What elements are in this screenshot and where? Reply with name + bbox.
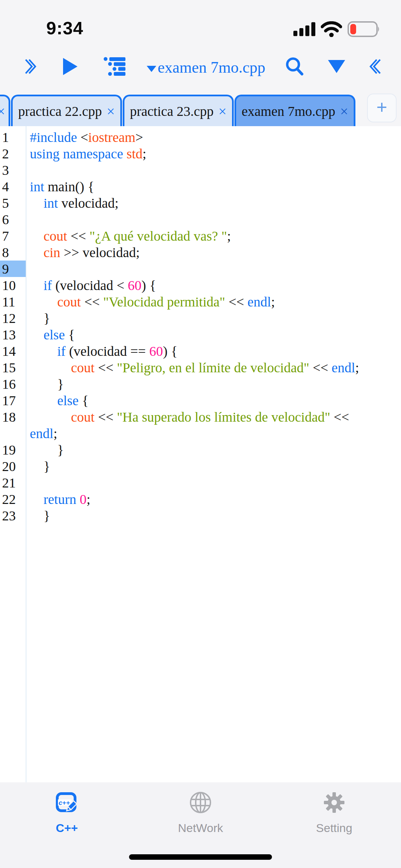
code-rows: 1#include <iostream>2using namespace std… [0, 126, 401, 524]
code-row: 3 [0, 162, 401, 178]
code-line: endl; [26, 425, 401, 442]
code-line [26, 474, 401, 491]
code-line: if (velocidad < 60) { [26, 277, 401, 293]
code-line: int velocidad; [26, 195, 401, 211]
code-row: 7 cout << "¿A qué velocidad vas? "; [0, 228, 401, 244]
double-chevron-left-icon[interactable] [369, 58, 381, 76]
code-row: 20 } [0, 458, 401, 474]
nav-item-cpp[interactable]: c++C++ [22, 791, 111, 835]
file-dropdown[interactable]: examen 7mo.cpp [147, 58, 265, 76]
code-line: cout << "Ha superado los límites de velo… [26, 409, 401, 425]
wifi-icon [321, 21, 342, 38]
add-tab-button[interactable]: + [367, 94, 397, 122]
tab-examen-7mo-cpp[interactable]: examen 7mo.cpp× [234, 95, 355, 126]
symbol-list-icon[interactable] [104, 57, 126, 78]
tab-strip: ×practica 22.cpp×practica 23.cpp×examen … [0, 90, 401, 126]
tab-close-icon[interactable]: × [218, 104, 227, 119]
line-number[interactable]: 7 [0, 228, 26, 244]
tab-close-icon[interactable]: × [0, 104, 5, 119]
code-line: cout << "¿A qué velocidad vas? "; [26, 228, 401, 244]
line-number[interactable]: 21 [0, 474, 26, 491]
search-icon[interactable] [286, 57, 304, 77]
line-number[interactable] [0, 425, 26, 442]
tab-close-icon[interactable]: × [340, 104, 348, 119]
code-line: } [26, 376, 401, 392]
code-line: cout << "Peligro, en el límite de veloci… [26, 359, 401, 376]
code-row: endl; [0, 425, 401, 442]
nav-item-label: Setting [316, 821, 352, 835]
line-number[interactable]: 16 [0, 376, 26, 392]
line-number[interactable]: 4 [0, 178, 26, 195]
editor-toolbar: examen 7mo.cpp [0, 45, 401, 90]
line-number[interactable]: 2 [0, 145, 26, 162]
code-row: 13 else { [0, 326, 401, 343]
line-number[interactable]: 11 [0, 293, 26, 310]
code-row: 9 [0, 261, 401, 277]
play-icon[interactable] [62, 58, 77, 76]
double-chevron-right-icon[interactable] [25, 58, 36, 76]
svg-text:c++: c++ [59, 799, 70, 806]
line-number[interactable]: 22 [0, 491, 26, 507]
code-row: 5 int velocidad; [0, 195, 401, 211]
line-number[interactable]: 20 [0, 458, 26, 474]
line-number[interactable]: 8 [0, 244, 26, 261]
code-row: 21 [0, 474, 401, 491]
line-number[interactable]: 5 [0, 195, 26, 211]
line-number[interactable]: 3 [0, 162, 26, 178]
code-line: } [26, 458, 401, 474]
globe-icon [189, 791, 212, 815]
line-number[interactable]: 12 [0, 310, 26, 326]
code-line: cout << "Velocidad permitida" << endl; [26, 293, 401, 310]
battery-low-icon [348, 21, 380, 38]
app-screen: 9:34 [0, 0, 401, 868]
code-line: int main() { [26, 178, 401, 195]
tab-label: examen 7mo.cpp [242, 103, 335, 119]
line-number-selected[interactable]: 9 [0, 261, 26, 277]
code-row: 10 if (velocidad < 60) { [0, 277, 401, 293]
nav-item-label: C++ [56, 821, 78, 835]
code-editor[interactable]: 1#include <iostream>2using namespace std… [0, 126, 401, 782]
code-line [26, 211, 401, 228]
code-row: 22 return 0; [0, 491, 401, 507]
nav-item-network[interactable]: NetWork [156, 791, 245, 835]
home-indicator[interactable] [129, 854, 272, 860]
open-file-tabs: ×practica 22.cpp×practica 23.cpp×examen … [0, 90, 356, 126]
code-row: 1#include <iostream> [0, 129, 401, 145]
code-row: 18 cout << "Ha superado los límites de v… [0, 409, 401, 425]
cpp-editor-icon: c++ [56, 791, 78, 815]
line-number[interactable]: 13 [0, 326, 26, 343]
line-number[interactable]: 10 [0, 277, 26, 293]
code-row: 14 if (velocidad == 60) { [0, 343, 401, 359]
tab-practica-23-cpp[interactable]: practica 23.cpp× [123, 95, 234, 126]
line-number[interactable]: 17 [0, 392, 26, 409]
code-line: cin >> velocidad; [26, 244, 401, 261]
nav-item-label: NetWork [178, 821, 223, 835]
code-row: 23 } [0, 507, 401, 524]
tab-close-icon[interactable]: × [107, 104, 115, 119]
code-line: else { [26, 326, 401, 343]
code-line [26, 261, 401, 277]
line-number[interactable]: 23 [0, 507, 26, 524]
tab-clipped[interactable]: × [0, 95, 10, 126]
line-number[interactable]: 15 [0, 359, 26, 376]
nav-item-setting[interactable]: Setting [290, 791, 379, 835]
tab-practica-22-cpp[interactable]: practica 22.cpp× [11, 95, 122, 126]
code-row: 4int main() { [0, 178, 401, 195]
line-number[interactable]: 14 [0, 343, 26, 359]
tab-label: practica 23.cpp [130, 103, 214, 119]
line-number[interactable]: 19 [0, 442, 26, 458]
triangle-down-icon [147, 58, 156, 76]
code-row: 17 else { [0, 392, 401, 409]
code-row: 2using namespace std; [0, 145, 401, 162]
code-line: if (velocidad == 60) { [26, 343, 401, 359]
line-number[interactable]: 1 [0, 129, 26, 145]
code-line: } [26, 310, 401, 326]
tab-label: practica 22.cpp [18, 103, 102, 119]
line-number[interactable]: 18 [0, 409, 26, 425]
gear-icon [323, 791, 345, 815]
code-line: } [26, 442, 401, 458]
line-number[interactable]: 6 [0, 211, 26, 228]
triangle-down-icon[interactable] [328, 60, 345, 75]
code-row: 11 cout << "Velocidad permitida" << endl… [0, 293, 401, 310]
code-row: 15 cout << "Peligro, en el límite de vel… [0, 359, 401, 376]
